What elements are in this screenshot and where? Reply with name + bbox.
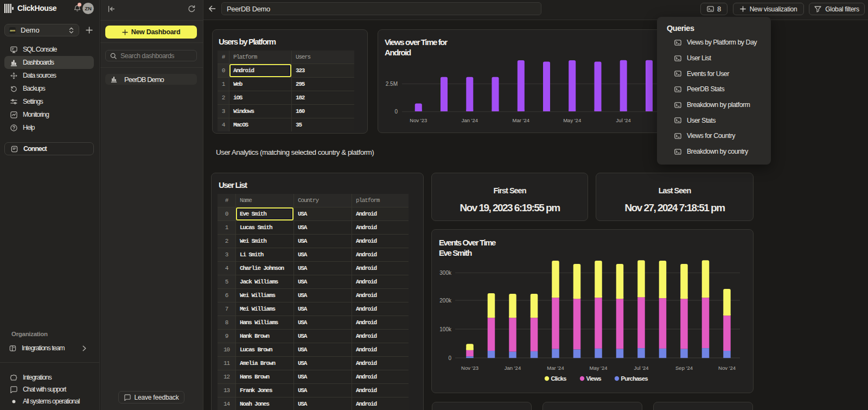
svg-text:0: 0: [448, 355, 451, 361]
svg-text:2.5M: 2.5M: [386, 81, 398, 87]
svg-text:Jan '24: Jan '24: [462, 117, 478, 123]
svg-text:100k: 100k: [439, 326, 452, 332]
svg-text:May '24: May '24: [563, 117, 581, 123]
svg-text:0: 0: [394, 109, 398, 115]
svg-text:Jul '24: Jul '24: [634, 365, 648, 371]
svg-text:Jul '24: Jul '24: [616, 117, 631, 123]
svg-text:Nov '23: Nov '23: [410, 117, 427, 123]
svg-text:Clicks: Clicks: [551, 375, 567, 382]
svg-text:200k: 200k: [439, 298, 452, 304]
svg-text:Nov '24: Nov '24: [718, 365, 736, 371]
svg-text:Nov '23: Nov '23: [461, 365, 478, 371]
svg-text:Views: Views: [586, 375, 602, 382]
svg-text:Mar '24: Mar '24: [547, 365, 564, 371]
svg-text:May '24: May '24: [590, 365, 608, 371]
svg-text:Mar '24: Mar '24: [513, 117, 529, 123]
svg-text:Jan '24: Jan '24: [505, 365, 521, 371]
svg-text:Sep '24: Sep '24: [675, 365, 693, 371]
svg-text:300k: 300k: [439, 270, 452, 276]
svg-text:Purchases: Purchases: [621, 375, 648, 382]
